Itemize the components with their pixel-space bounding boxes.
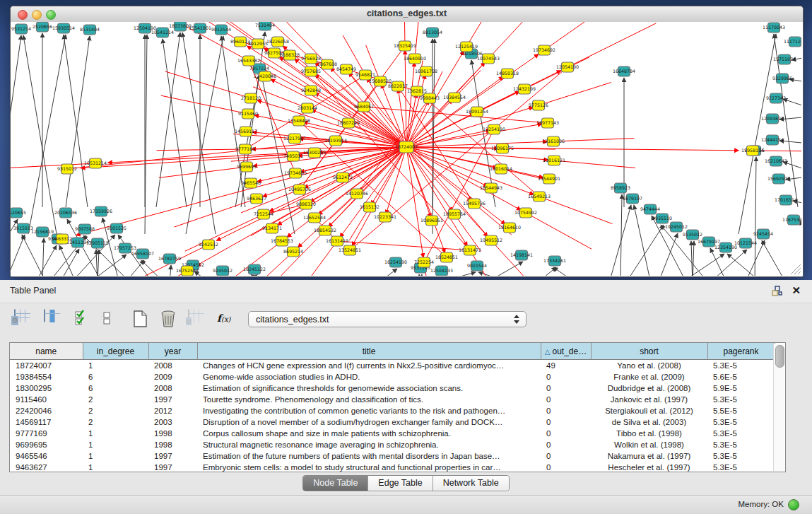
tab-network-table[interactable]: Network Table <box>433 476 509 491</box>
network-node[interactable]: 12254190 <box>483 124 505 134</box>
network-node[interactable]: 9463627 <box>247 194 266 204</box>
scrollbar-thumb[interactable] <box>775 345 784 368</box>
network-node[interactable]: 7531404 <box>255 22 275 30</box>
network-node[interactable]: 10896951 <box>420 216 443 226</box>
column-header-pagerank[interactable]: pagerank <box>707 343 775 360</box>
citation-network-graph[interactable]: 9531214252065615930514813140412504190105… <box>11 22 801 276</box>
table-row[interactable]: 969969511998Structural magnetic resonanc… <box>10 439 775 450</box>
network-node[interactable]: 18300295 <box>303 148 326 158</box>
network-node[interactable]: 6879197 <box>623 194 642 204</box>
trash-icon[interactable] <box>160 310 178 328</box>
new-table-icon[interactable] <box>131 310 150 328</box>
network-node[interactable]: 9777169 <box>235 144 255 154</box>
network-node[interactable]: 11016121 <box>543 156 565 165</box>
network-node[interactable]: 9245414 <box>753 229 773 239</box>
network-node[interactable]: 17016514 <box>775 195 797 205</box>
network-node[interactable]: 18245122 <box>243 264 266 274</box>
row-select-icon[interactable] <box>73 310 92 328</box>
network-node[interactable]: 2520655 <box>11 208 26 218</box>
network-node[interactable]: 15692971 <box>767 174 790 184</box>
network-node[interactable]: 8960123 <box>230 37 250 47</box>
network-node[interactable]: 9134171 <box>262 223 282 233</box>
network-node[interactable]: 16254190 <box>384 257 407 267</box>
network-node[interactable]: 19245012 <box>665 222 688 232</box>
column-visibility-icon[interactable] <box>44 310 62 328</box>
network-node[interactable]: 2718120 <box>241 93 261 103</box>
table-row[interactable]: 911546021997Tourette syndrome. Phenomeno… <box>10 394 775 405</box>
network-node[interactable]: 9531214 <box>11 24 31 34</box>
network-node[interactable]: 8958923 <box>611 183 630 193</box>
network-node[interactable]: 12652544 <box>303 213 326 223</box>
network-node[interactable]: 9474444 <box>640 204 660 214</box>
network-node[interactable]: 8813054 <box>423 28 442 37</box>
network-node[interactable]: 14198141 <box>510 250 533 260</box>
network-node[interactable]: 18854532 <box>314 226 336 235</box>
column-header-short[interactable]: short <box>591 343 707 360</box>
network-node[interactable]: 12504133 <box>430 266 453 276</box>
network-node[interactable]: 18955764 <box>443 209 466 219</box>
network-node[interactable]: 20206536 <box>54 208 77 218</box>
tab-edge-table[interactable]: Edge Table <box>368 476 433 491</box>
network-node[interactable]: 12156819 <box>31 227 54 237</box>
close-panel-icon[interactable]: ✕ <box>792 284 801 297</box>
network-node[interactable]: 16784553 <box>271 236 293 246</box>
network-node[interactable]: 12444154 <box>761 135 784 145</box>
network-node[interactable]: 12905115 <box>86 238 109 248</box>
network-node[interactable]: 9245012 <box>213 266 233 276</box>
row-height-icon[interactable] <box>102 310 120 328</box>
function-builder-icon[interactable]: f(x) <box>217 312 235 330</box>
network-node[interactable]: 12093873 <box>761 114 784 124</box>
table-row[interactable]: 1938455462009Genome-wide association stu… <box>10 371 775 382</box>
table-row[interactable]: 2242004622012Investigating the contribut… <box>10 405 775 416</box>
network-node[interactable]: 15495736 <box>463 199 486 209</box>
network-node[interactable]: 9501535 <box>107 223 126 233</box>
tab-node-table[interactable]: Node Table <box>303 476 368 491</box>
network-node[interactable]: 10495512 <box>480 235 502 245</box>
column-header-out_de[interactable]: △out_de… <box>541 343 591 360</box>
network-node[interactable]: 11171234 <box>784 37 801 47</box>
network-node[interactable]: 17359926 <box>90 206 112 216</box>
network-node[interactable]: 16131419 <box>326 236 348 246</box>
network-node[interactable]: 8454749 <box>336 64 356 74</box>
network-node[interactable]: 11675345 <box>782 215 801 225</box>
table-row[interactable]: 946362711997Embryonic stem cells: a mode… <box>10 462 775 472</box>
network-node[interactable]: 16549213 <box>528 192 551 201</box>
network-node[interactable]: 11544901 <box>538 174 560 184</box>
network-node[interactable]: 2803144 <box>298 103 317 113</box>
float-window-icon[interactable] <box>771 286 782 297</box>
network-node[interactable]: 9775126 <box>529 100 548 110</box>
network-node[interactable]: 8695214 <box>283 247 303 257</box>
column-header-title[interactable]: title <box>197 343 541 360</box>
network-node[interactable]: 18325419 <box>394 41 416 51</box>
network-node[interactable]: 9012544 <box>211 25 231 35</box>
network-node[interactable]: 15930514 <box>52 23 75 33</box>
network-node[interactable]: 1615132 <box>360 202 379 212</box>
network-node[interactable]: 10121544 <box>734 238 757 248</box>
network-node[interactable]: 16977143 <box>536 118 559 128</box>
table-row[interactable]: 1830029562008Estimation of significance … <box>10 382 775 394</box>
network-node[interactable]: 9021544 <box>467 261 487 271</box>
network-node[interactable]: 18524851 <box>435 252 458 262</box>
network-node[interactable]: 16210643 <box>765 156 787 166</box>
network-node[interactable]: 10754992 <box>514 208 537 218</box>
network-node[interactable]: 8912955 <box>248 39 268 49</box>
network-node[interactable]: 9242848 <box>301 86 321 95</box>
network-node[interactable]: 15541901 <box>189 23 211 33</box>
network-node[interactable]: 18164610 <box>498 223 521 233</box>
network-node[interactable]: 11548498 <box>288 116 310 126</box>
table-scrollbar[interactable] <box>773 344 784 471</box>
network-node[interactable]: 18226058 <box>266 37 289 47</box>
network-view-canvas[interactable]: 9531214252065615930514813140412504190105… <box>11 22 803 276</box>
network-node[interactable]: 15751074 <box>773 54 796 64</box>
network-node[interactable]: 10193914 <box>324 136 347 146</box>
network-node[interactable]: 9329966 <box>772 74 792 83</box>
network-node[interactable]: 13524851 <box>339 245 361 255</box>
network-node[interactable]: 9097588 <box>75 224 95 234</box>
network-node[interactable]: 16648784 <box>613 66 635 76</box>
table-row[interactable]: 1872400712008Changes of HCN gene express… <box>10 360 775 372</box>
network-node[interactable]: 9115460 <box>238 109 258 119</box>
network-node[interactable]: 9135012 <box>683 230 702 240</box>
network-node[interactable]: 14569117 <box>235 127 257 136</box>
column-header-name[interactable]: name <box>10 343 83 360</box>
network-window-titlebar[interactable]: citations_edges.txt <box>11 6 803 23</box>
